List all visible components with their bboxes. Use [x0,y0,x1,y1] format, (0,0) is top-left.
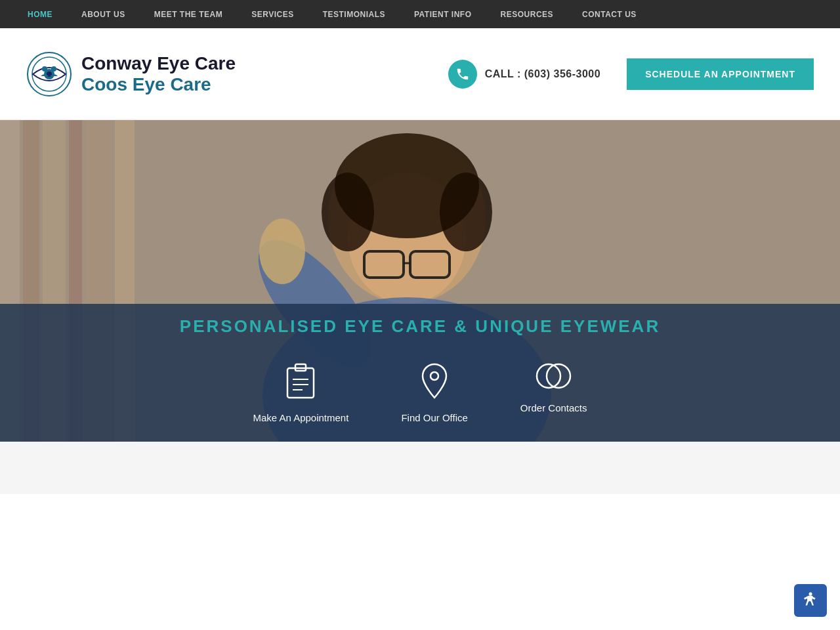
phone-number[interactable]: CALL : (603) 356-3000 [485,68,601,80]
order-contacts-label: Order Contacts [520,402,587,413]
order-contacts-action[interactable]: Order Contacts [520,363,587,423]
logo-line2: Coos Eye Care [81,74,236,95]
hero-tagline: PERSONALISED EYE CARE & UNIQUE EYEWEAR [180,316,660,337]
svg-point-17 [440,173,492,251]
nav-patient-info[interactable]: PATIENT INFO [400,10,486,19]
nav-about[interactable]: ABOUT US [67,10,140,19]
svg-point-30 [537,364,560,388]
nav-resources[interactable]: RESOURCES [486,10,568,19]
phone-icon [448,60,477,89]
main-navigation: HOME ABOUT US MEET THE TEAM SERVICES TES… [0,0,840,28]
nav-testimonials[interactable]: TESTIMONIALS [308,10,400,19]
below-hero-section [0,442,840,494]
logo-line1: Conway Eye Care [81,53,236,74]
svg-point-23 [259,219,305,284]
site-header: Conway Eye Care Coos Eye Care CALL : (60… [0,28,840,120]
svg-point-5 [51,66,56,72]
logo-area: Conway Eye Care Coos Eye Care [26,51,448,97]
logo-icon [26,51,72,97]
contact-lens-icon [536,363,572,396]
svg-point-31 [547,364,570,388]
find-office-label: Find Our Office [401,412,467,423]
nav-home[interactable]: HOME [13,10,67,19]
logo-text: Conway Eye Care Coos Eye Care [81,53,236,95]
hero-actions: Make An Appointment Find Our Office [0,363,840,423]
nav-team[interactable]: MEET THE TEAM [140,10,238,19]
svg-point-16 [322,173,374,251]
nav-services[interactable]: SERVICES [237,10,308,19]
svg-rect-24 [287,368,314,398]
svg-point-29 [430,372,438,380]
find-office-action[interactable]: Find Our Office [401,363,467,423]
schedule-appointment-button[interactable]: SCHEDULE AN APPOINTMENT [627,58,814,90]
clipboard-icon [284,363,317,406]
phone-area: CALL : (603) 356-3000 [448,60,601,89]
svg-point-4 [42,66,47,72]
hero-section: PERSONALISED EYE CARE & UNIQUE EYEWEAR M… [0,120,840,442]
make-appointment-label: Make An Appointment [253,412,348,423]
location-pin-icon [419,363,450,406]
make-appointment-action[interactable]: Make An Appointment [253,363,348,423]
hero-overlay: PERSONALISED EYE CARE & UNIQUE EYEWEAR M… [0,304,840,442]
nav-contact[interactable]: CONTACT US [568,10,651,19]
